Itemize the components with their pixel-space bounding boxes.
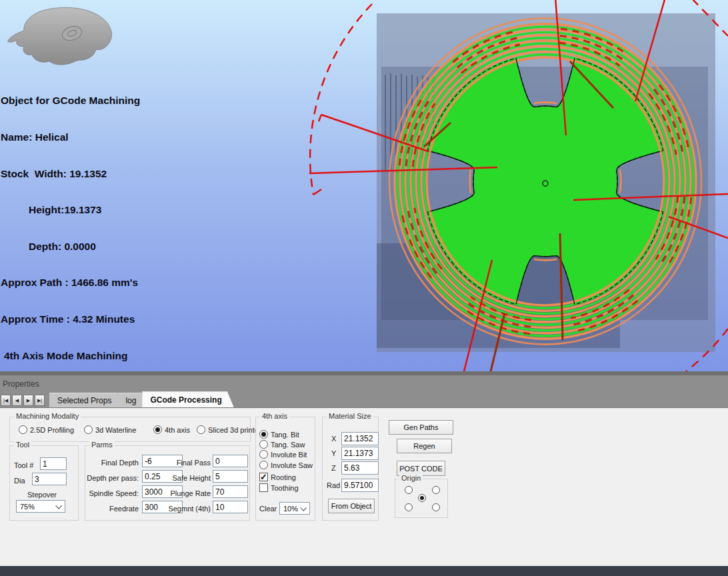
material-size-group-label: Material Size bbox=[327, 412, 373, 420]
radio-tang-saw[interactable]: Tang. Saw bbox=[259, 440, 305, 449]
3d-viewport[interactable]: Object for GCode Machining Name: Helical… bbox=[0, 0, 728, 371]
info-line: Object for GCode Machining bbox=[1, 95, 144, 107]
info-line: Name: Helical bbox=[1, 131, 144, 143]
material-y-input[interactable] bbox=[341, 447, 379, 460]
tab-nav-first-button[interactable]: |◀ bbox=[1, 395, 11, 406]
radio-25d-profiling[interactable]: 2.5D Profiling bbox=[19, 425, 74, 434]
regen-label: Regen bbox=[413, 442, 435, 450]
bottom-status-strip bbox=[0, 566, 728, 576]
radio-involute-saw[interactable]: Involute Saw bbox=[259, 461, 313, 469]
tool-group: Tool Tool # Dia Stepover 75% bbox=[9, 445, 79, 521]
safe-height-input[interactable] bbox=[213, 470, 248, 483]
material-y-label: Y bbox=[331, 449, 336, 457]
info-line: Depth: 0.0000 bbox=[29, 241, 144, 253]
machining-modality-label: Machining Modality bbox=[14, 412, 81, 420]
parms-group-label: Parms bbox=[89, 441, 115, 449]
tab-gcode-processing[interactable]: GCode Processing bbox=[142, 391, 233, 407]
checkbox-rooting[interactable]: Rooting bbox=[259, 473, 296, 481]
radio-tang-bit[interactable]: Tang. Bit bbox=[259, 430, 299, 439]
radio-label: Involute Bit bbox=[271, 451, 307, 459]
segmnt-4th-label: Segmnt (4th) bbox=[157, 505, 211, 513]
feedrate-label: Feedrate bbox=[85, 505, 139, 513]
origin-radio-center[interactable] bbox=[418, 494, 426, 502]
radio-circle[interactable] bbox=[153, 425, 162, 434]
tab-nav-prev-button[interactable]: ◀ bbox=[12, 395, 22, 406]
radio-circle[interactable] bbox=[259, 461, 268, 469]
checkbox-toothing[interactable]: Toothing bbox=[259, 483, 299, 492]
info-line: 4th Axis Mode Machining bbox=[4, 350, 144, 362]
radio-label: Tang. Saw bbox=[271, 441, 305, 449]
segmnt-4th-input[interactable] bbox=[213, 501, 248, 513]
material-rad-label: Rad bbox=[327, 481, 340, 489]
fourth-axis-group-label: 4th axis bbox=[260, 412, 289, 420]
radio-circle[interactable] bbox=[259, 440, 268, 449]
info-line: Approx Path : 1466.86 mm's bbox=[1, 277, 144, 289]
safe-height-label: Safe Height bbox=[157, 474, 211, 482]
plunge-rate-input[interactable] bbox=[213, 485, 248, 498]
radio-circle[interactable] bbox=[259, 450, 268, 459]
properties-titlebar: Properties bbox=[0, 375, 728, 392]
radio-label: 3d Waterline bbox=[95, 426, 136, 434]
stepover-dropdown[interactable]: 75% bbox=[16, 500, 65, 513]
radio-sliced-3d-printer[interactable]: Sliced 3d printer bbox=[197, 425, 261, 434]
stepover-value: 75% bbox=[20, 503, 35, 511]
properties-title: Properties bbox=[3, 379, 39, 389]
origin-radio-top-left[interactable] bbox=[405, 486, 413, 494]
from-object-button[interactable]: From Object bbox=[328, 499, 375, 513]
tabs: Selected Props log GCode Processing bbox=[49, 391, 228, 407]
origin-group-label: Origin bbox=[399, 474, 423, 482]
machining-info-text: Object for GCode Machining Name: Helical… bbox=[1, 71, 144, 423]
tab-nav-next-button[interactable]: ▶ bbox=[23, 395, 33, 406]
radio-4th-axis[interactable]: 4th axis bbox=[153, 425, 190, 434]
final-depth-label: Final Depth bbox=[85, 459, 139, 467]
info-line: Stock Width: 19.1352 bbox=[1, 168, 144, 180]
radio-circle[interactable] bbox=[259, 430, 268, 439]
tab-nav-last-button[interactable]: ▶| bbox=[35, 395, 45, 406]
info-line: Approx Time : 4.32 Minutes bbox=[1, 313, 144, 325]
origin-group: Origin bbox=[395, 479, 448, 518]
material-rad-input[interactable] bbox=[341, 479, 379, 492]
radio-label: 2.5D Profiling bbox=[30, 426, 74, 434]
from-object-label: From Object bbox=[331, 502, 372, 510]
plunge-rate-label: Plunge Rate bbox=[157, 489, 211, 497]
origin-radio-bottom-left[interactable] bbox=[405, 503, 413, 511]
spindle-speed-label: Spindle Speed: bbox=[85, 489, 139, 497]
gen-paths-button[interactable]: Gen Paths bbox=[389, 420, 453, 435]
clear-label: Clear bbox=[259, 505, 277, 513]
checkbox-label: Toothing bbox=[271, 484, 299, 492]
regen-button[interactable]: Regen bbox=[397, 439, 452, 453]
parms-group: Parms Final Depth Depth per pass: Spindl… bbox=[85, 445, 250, 521]
material-x-label: X bbox=[331, 435, 336, 443]
origin-radio-top-right[interactable] bbox=[432, 486, 440, 494]
radio-circle[interactable] bbox=[84, 425, 93, 434]
material-size-group: Material Size X Y Z Rad From Object bbox=[322, 417, 379, 521]
material-z-label: Z bbox=[331, 464, 336, 472]
radio-3d-waterline[interactable]: 3d Waterline bbox=[84, 425, 136, 434]
origin-radio-bottom-right[interactable] bbox=[432, 503, 440, 511]
radio-involute-bit[interactable]: Involute Bit bbox=[259, 450, 307, 459]
clear-dropdown[interactable]: 10% bbox=[279, 502, 310, 515]
checkbox-box[interactable] bbox=[259, 473, 268, 481]
tool-group-label: Tool bbox=[14, 441, 31, 449]
final-pass-input[interactable] bbox=[213, 455, 248, 467]
tab-strip: |◀ ◀ ▶ ▶| Selected Props log GCode Proce… bbox=[0, 392, 728, 408]
machining-modality-group: Machining Modality 2.5D Profiling 3d Wat… bbox=[9, 417, 251, 442]
tab-selected-props[interactable]: Selected Props bbox=[49, 393, 123, 407]
radio-circle[interactable] bbox=[19, 425, 27, 434]
clear-value: 10% bbox=[283, 505, 298, 513]
material-z-input[interactable] bbox=[341, 461, 379, 475]
gcode-processing-panel: Machining Modality 2.5D Profiling 3d Wat… bbox=[0, 408, 728, 566]
radio-circle[interactable] bbox=[197, 425, 205, 434]
radio-label: Sliced 3d printer bbox=[208, 426, 261, 434]
material-x-input[interactable] bbox=[341, 432, 379, 445]
depth-per-pass-label: Depth per pass: bbox=[85, 474, 139, 482]
tool-number-label: Tool # bbox=[14, 461, 33, 469]
dia-input[interactable] bbox=[32, 473, 67, 485]
gen-paths-label: Gen Paths bbox=[404, 423, 439, 431]
radio-label: 4th axis bbox=[165, 426, 190, 434]
chevron-down-icon bbox=[300, 505, 307, 511]
final-pass-label: Final Pass bbox=[157, 459, 211, 467]
tool-number-input[interactable] bbox=[40, 457, 67, 470]
stepover-label: Stepover bbox=[27, 491, 57, 499]
checkbox-box[interactable] bbox=[259, 483, 268, 492]
